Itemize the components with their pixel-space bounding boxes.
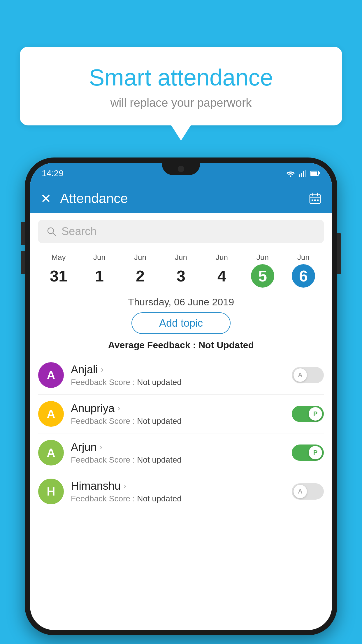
date-cell[interactable]: May31 [38,253,79,288]
student-info: Anjali ›Feedback Score : Not updated [71,363,285,387]
camera [178,166,184,172]
search-bar[interactable]: Search [38,220,324,243]
signal-icon [299,170,307,177]
svg-point-15 [48,228,54,234]
selected-date: Thursday, 06 June 2019 [30,296,332,308]
student-item: HHimanshu ›Feedback Score : Not updatedA [38,472,324,511]
avatar: A [38,362,64,388]
bubble-title: Smart attendance [37,64,325,91]
student-list: AAnjali ›Feedback Score : Not updatedAAA… [30,356,332,511]
date-number: 5 [251,264,274,288]
date-month-label: Jun [242,253,283,262]
date-cell[interactable]: Jun4 [201,253,242,288]
student-name[interactable]: Anjali › [71,363,285,376]
date-month-label: Jun [161,253,201,262]
avatar: H [38,479,64,504]
student-item: AAnupriya ›Feedback Score : Not updatedP [38,395,324,433]
date-month-label: Jun [79,253,120,262]
phone-screen: 14:29 [30,163,332,630]
feedback-score: Feedback Score : Not updated [71,416,285,426]
date-cell[interactable]: Jun5 [242,253,283,288]
attendance-toggle[interactable]: P [292,444,324,461]
chevron-icon: › [117,404,120,413]
date-month-label: Jun [283,253,324,262]
date-picker-row: May31Jun1Jun2Jun3Jun4Jun5Jun6 [30,250,332,290]
student-name[interactable]: Himanshu › [71,480,285,492]
student-item: AArjun ›Feedback Score : Not updatedP [38,433,324,472]
svg-rect-12 [312,200,313,201]
status-bar: 14:29 [30,163,332,184]
calendar-icon[interactable] [309,192,321,205]
date-cell[interactable]: Jun6 [283,253,324,288]
status-icons [286,170,320,177]
close-button[interactable]: ✕ [41,191,51,206]
feedback-score: Feedback Score : Not updated [71,455,285,465]
toggle-knob: P [309,407,322,421]
avatar: A [38,401,64,427]
avg-feedback-label: Average Feedback : [108,340,196,350]
toggle-knob: A [294,485,307,498]
svg-rect-8 [310,194,320,204]
student-name[interactable]: Anupriya › [71,402,285,415]
date-number: 31 [47,264,70,288]
date-number: 1 [88,264,111,288]
avg-feedback-value: Not Updated [198,340,254,350]
chevron-icon: › [100,442,102,452]
avg-feedback: Average Feedback : Not Updated [30,340,332,351]
date-cell[interactable]: Jun3 [161,253,201,288]
feedback-score: Feedback Score : Not updated [71,494,285,503]
date-number: 3 [169,264,193,288]
phone-frame: 14:29 [25,158,337,635]
attendance-toggle[interactable]: A [292,483,324,500]
notch [162,163,200,175]
toggle-knob: P [309,446,322,459]
feedback-score: Feedback Score : Not updated [71,378,285,387]
svg-rect-3 [303,171,304,177]
student-info: Anupriya ›Feedback Score : Not updated [71,402,285,426]
student-info: Himanshu ›Feedback Score : Not updated [71,480,285,503]
search-placeholder: Search [61,225,96,238]
wifi-icon [286,170,295,177]
toggle-knob: A [294,368,307,382]
svg-line-16 [53,233,56,236]
vol-up-button [21,222,25,245]
svg-point-0 [290,176,291,177]
svg-rect-2 [301,173,302,177]
date-month-label: Jun [120,253,161,262]
battery-icon [310,170,320,176]
chevron-icon: › [101,365,103,374]
date-number: 6 [292,264,315,288]
app-title: Attendance [60,190,309,206]
student-item: AAnjali ›Feedback Score : Not updatedA [38,356,324,395]
bubble-subtitle: will replace your paperwork [37,96,325,109]
chevron-icon: › [124,481,126,491]
add-topic-button[interactable]: Add topic [131,312,231,334]
student-info: Arjun ›Feedback Score : Not updated [71,441,285,465]
date-cell[interactable]: Jun2 [120,253,161,288]
attendance-toggle[interactable]: A [292,367,324,383]
date-month-label: May [38,253,79,262]
svg-rect-7 [319,172,320,174]
date-cell[interactable]: Jun1 [79,253,120,288]
svg-rect-14 [317,200,319,201]
date-month-label: Jun [201,253,242,262]
svg-rect-4 [305,170,306,177]
svg-rect-6 [311,172,317,175]
speech-bubble: Smart attendance will replace your paper… [20,47,342,125]
power-button [337,233,341,274]
app-bar: ✕ Attendance [30,184,332,213]
svg-rect-1 [299,174,300,177]
date-number: 4 [210,264,233,288]
status-time: 14:29 [42,168,64,178]
svg-rect-13 [314,200,316,201]
avatar: A [38,440,64,466]
attendance-toggle[interactable]: P [292,406,324,422]
date-number: 2 [129,264,152,288]
vol-down-button [21,251,25,274]
search-icon [46,226,57,237]
student-name[interactable]: Arjun › [71,441,285,454]
